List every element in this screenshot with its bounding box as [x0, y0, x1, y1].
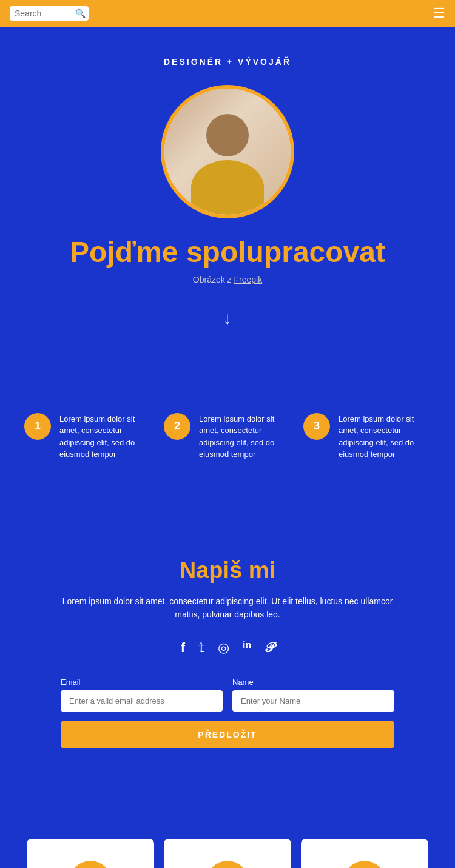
cards-section: ✉ GRAF KE MNĚ Kontaktujte mě pokaždé! ko…	[0, 815, 455, 868]
step-item-1: 1 Lorem ipsum dolor sit amet, consectetu…	[24, 413, 152, 460]
contact-description: Lorem ipsum dolor sit amet, consectetur …	[61, 594, 394, 622]
facebook-icon[interactable]: f	[181, 640, 185, 656]
step-number-1: 1	[24, 413, 51, 440]
card-address: ADRESA 121 Rock Sreet, 21 Avenue, New Yo…	[164, 839, 291, 868]
navbar: 🔍 ☰	[0, 0, 455, 27]
hero-subtitle: DESIGNÉR + VÝVOJÁŘ	[24, 57, 431, 67]
cards-grid: ✉ GRAF KE MNĚ Kontaktujte mě pokaždé! ko…	[24, 839, 431, 868]
pinterest-icon[interactable]: 𝒫	[265, 640, 274, 656]
avatar-image	[164, 89, 291, 215]
linkedin-icon[interactable]: in	[243, 640, 251, 656]
card-phone: TELEFON Po-Pá od 8:00 do 5:00 +1(555) 00…	[301, 839, 428, 868]
email-form-group: Email	[61, 678, 223, 712]
step-text-1: Lorem ipsum dolor sit amet, consectetur …	[59, 413, 152, 460]
submit-button[interactable]: PŘEDLOŽIT	[61, 721, 394, 748]
step-text-2: Lorem ipsum dolor sit amet, consectetur …	[199, 413, 291, 460]
form-row: Email Name	[61, 678, 394, 712]
step-number-2: 2	[164, 413, 190, 440]
step-number-3: 3	[303, 413, 330, 440]
email-label: Email	[61, 678, 223, 687]
hero-title: Pojďme spolupracovat	[24, 237, 431, 269]
search-icon: 🔍	[75, 8, 86, 18]
step-item-2: 2 Lorem ipsum dolor sit amet, consectetu…	[164, 413, 291, 460]
address-card-icon	[206, 861, 249, 868]
step-text-3: Lorem ipsum dolor sit amet, consectetur …	[339, 413, 431, 460]
avatar	[161, 85, 294, 218]
steps-grid: 1 Lorem ipsum dolor sit amet, consectetu…	[24, 413, 431, 460]
steps-section: 1 Lorem ipsum dolor sit amet, consectetu…	[0, 389, 455, 497]
scroll-arrow: ↓	[223, 309, 232, 328]
phone-card-icon	[343, 861, 386, 868]
instagram-icon[interactable]: ◎	[218, 640, 229, 656]
social-icons: f 𝕥 ◎ in 𝒫	[61, 640, 394, 656]
step-item-3: 3 Lorem ipsum dolor sit amet, consectetu…	[303, 413, 431, 460]
search-box[interactable]: 🔍	[10, 6, 89, 21]
hero-caption: Obrázek z Freepik	[24, 275, 431, 284]
contact-title: Napiš mi	[61, 557, 394, 584]
name-field[interactable]	[232, 690, 394, 712]
email-card-icon: ✉	[69, 861, 112, 868]
contact-section: Napiš mi Lorem ipsum dolor sit amet, con…	[0, 521, 455, 790]
freepik-link[interactable]: Freepik	[234, 275, 263, 284]
hero-section: DESIGNÉR + VÝVOJÁŘ Pojďme spolupracovat …	[0, 27, 455, 365]
twitter-icon[interactable]: 𝕥	[198, 640, 204, 656]
name-label: Name	[232, 678, 394, 687]
email-field[interactable]	[61, 690, 223, 712]
hamburger-menu-button[interactable]: ☰	[433, 5, 445, 21]
name-form-group: Name	[232, 678, 394, 712]
card-contact: ✉ GRAF KE MNĚ Kontaktujte mě pokaždé! ko…	[27, 839, 154, 868]
search-input[interactable]	[15, 8, 75, 18]
